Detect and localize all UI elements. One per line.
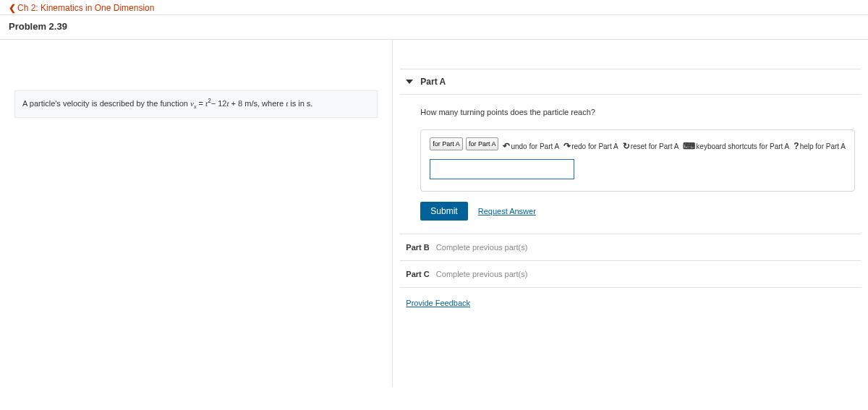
problem-statement-column: A particle's velocity is described by th… <box>0 40 393 387</box>
part-a-label: Part A <box>420 77 446 87</box>
keyboard-icon: ⌨ <box>683 142 695 150</box>
reset-icon: ↻ <box>623 142 630 150</box>
undo-button[interactable]: ↶ undo for Part A <box>503 142 559 150</box>
part-c-row[interactable]: Part C Complete previous part(s) <box>400 260 861 287</box>
problem-prompt: A particle's velocity is described by th… <box>14 90 378 118</box>
reset-button[interactable]: ↻ reset for Part A <box>623 142 679 150</box>
answer-column: Part A How many turning points does the … <box>393 40 868 387</box>
help-icon: ? <box>793 142 799 150</box>
answer-toolbar: for Part A for Part A ↶ undo for Part A … <box>430 137 846 150</box>
help-button[interactable]: ? help for Part A <box>793 142 846 150</box>
templates-button[interactable]: for Part A <box>430 137 463 150</box>
part-b-row[interactable]: Part B Complete previous part(s) <box>400 234 861 260</box>
problem-header: Problem 2.39 <box>0 15 868 40</box>
answer-panel: for Part A for Part A ↶ undo for Part A … <box>420 129 855 192</box>
problem-title: Problem 2.39 <box>9 21 859 32</box>
undo-icon: ↶ <box>503 142 510 150</box>
request-answer-link[interactable]: Request Answer <box>478 207 536 215</box>
symbols-button[interactable]: for Part A <box>466 137 499 150</box>
part-a-actions: Submit Request Answer <box>420 202 855 221</box>
part-b-label: Part B <box>406 243 429 252</box>
answer-input[interactable] <box>430 159 574 179</box>
breadcrumb-text: Ch 2: Kinematics in One Dimension <box>17 3 154 13</box>
redo-icon: ↷ <box>563 142 571 150</box>
nav-bar: ❮ Ch 2: Kinematics in One Dimension <box>0 0 868 15</box>
part-a-header[interactable]: Part A <box>400 69 861 95</box>
part-a-question: How many turning points does the particl… <box>420 108 855 116</box>
content-area: A particle's velocity is described by th… <box>0 40 868 387</box>
chevron-left-icon: ❮ <box>9 3 16 13</box>
keyboard-shortcuts-button[interactable]: ⌨ keyboard shortcuts for Part A <box>683 142 789 150</box>
feedback-row: Provide Feedback <box>400 287 861 318</box>
part-a-body: How many turning points does the particl… <box>400 95 861 234</box>
part-c-message: Complete previous part(s) <box>436 270 528 278</box>
provide-feedback-link[interactable]: Provide Feedback <box>406 299 470 307</box>
redo-button[interactable]: ↷ redo for Part A <box>563 142 618 150</box>
part-c-label: Part C <box>406 270 429 278</box>
caret-down-icon <box>406 80 413 84</box>
submit-button[interactable]: Submit <box>420 202 467 221</box>
breadcrumb-link[interactable]: ❮ Ch 2: Kinematics in One Dimension <box>9 3 154 13</box>
part-b-message: Complete previous part(s) <box>436 243 528 252</box>
